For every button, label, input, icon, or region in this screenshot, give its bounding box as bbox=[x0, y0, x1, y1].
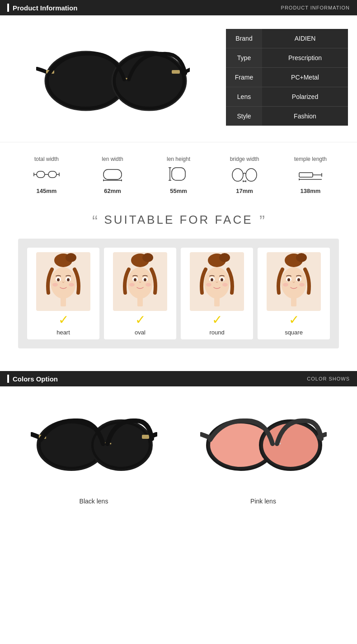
dim-value: 138mm bbox=[301, 188, 321, 194]
face-section: “ SUITABLE FOR FACE ” ✓ hea bbox=[0, 199, 357, 362]
checkmark-icon: ✓ bbox=[289, 314, 299, 326]
spec-row: BrandAIDIEN bbox=[226, 29, 348, 48]
dim-label: total width bbox=[34, 156, 59, 162]
spec-row: FramePC+Metal bbox=[226, 68, 348, 87]
close-quote: ” bbox=[259, 212, 265, 231]
face-label: oval bbox=[135, 329, 146, 336]
svg-point-62 bbox=[296, 253, 307, 262]
colors-header-badge: COLOR SHOWS bbox=[307, 376, 350, 381]
product-info-header: Product Information PRODUCT INFORMATION bbox=[0, 0, 357, 15]
face-illustration bbox=[267, 252, 321, 311]
dimension-item: temple length 138mm bbox=[277, 156, 343, 194]
color-lens-image bbox=[31, 400, 157, 492]
svg-rect-6 bbox=[37, 171, 45, 178]
spec-label: Style bbox=[226, 107, 262, 126]
dimension-item: len height 55mm bbox=[146, 156, 211, 194]
header-title: Product Information bbox=[7, 4, 77, 12]
header-badge: PRODUCT INFORMATION bbox=[281, 5, 350, 10]
svg-point-3 bbox=[116, 55, 183, 107]
svg-rect-13 bbox=[103, 169, 122, 179]
svg-point-39 bbox=[69, 283, 74, 287]
face-type-round: ✓ round bbox=[181, 248, 253, 339]
bridge-width-icon bbox=[231, 166, 258, 184]
face-type-heart: ✓ heart bbox=[27, 248, 99, 339]
svg-point-49 bbox=[146, 283, 151, 287]
len-height-icon bbox=[165, 166, 192, 184]
product-specs-table: BrandAIDIENTypePrescriptionFramePC+Metal… bbox=[226, 29, 348, 126]
svg-point-52 bbox=[219, 253, 230, 262]
dim-value: 62mm bbox=[104, 188, 121, 194]
svg-point-67 bbox=[297, 278, 300, 282]
svg-point-46 bbox=[134, 278, 136, 282]
color-item-pink-lens: Pink lens bbox=[200, 400, 327, 505]
checkmark-icon: ✓ bbox=[58, 314, 69, 326]
spec-value: Prescription bbox=[262, 48, 348, 68]
svg-point-69 bbox=[299, 283, 305, 287]
svg-point-58 bbox=[206, 283, 211, 287]
dimensions-row: total width 145mm len width 62mm len hei… bbox=[14, 156, 343, 194]
spec-label: Lens bbox=[226, 87, 262, 107]
open-quote: “ bbox=[92, 212, 98, 231]
svg-point-22 bbox=[246, 169, 257, 181]
face-illustration bbox=[190, 252, 244, 311]
svg-rect-17 bbox=[172, 168, 185, 180]
face-types-container: ✓ heart ✓ oval bbox=[18, 239, 339, 348]
svg-point-32 bbox=[66, 253, 76, 262]
colors-section: Black lens Pink lens bbox=[0, 386, 357, 518]
total-width-icon bbox=[33, 166, 60, 184]
sunglasses-illustration bbox=[36, 29, 190, 128]
colors-header-title: Colors Option bbox=[7, 375, 58, 383]
product-info-section: BrandAIDIENTypePrescriptionFramePC+Metal… bbox=[0, 15, 357, 142]
spec-row: LensPolarized bbox=[226, 87, 348, 107]
color-label: Black lens bbox=[80, 498, 108, 505]
svg-point-38 bbox=[52, 283, 58, 287]
dimensions-section: total width 145mm len width 62mm len hei… bbox=[0, 142, 357, 199]
spec-value: Fashion bbox=[262, 107, 348, 126]
svg-rect-50 bbox=[137, 297, 143, 306]
dim-value: 145mm bbox=[37, 188, 57, 194]
dim-value: 17mm bbox=[236, 188, 253, 194]
svg-rect-60 bbox=[214, 297, 220, 306]
spec-label: Type bbox=[226, 48, 262, 68]
svg-point-68 bbox=[283, 283, 288, 287]
svg-point-59 bbox=[222, 283, 228, 287]
colors-option-header: Colors Option COLOR SHOWS bbox=[0, 371, 357, 386]
spec-value: Polarized bbox=[262, 87, 348, 107]
svg-rect-5 bbox=[172, 70, 180, 74]
svg-rect-26 bbox=[299, 173, 313, 177]
svg-point-56 bbox=[211, 278, 213, 282]
svg-rect-70 bbox=[291, 297, 296, 306]
spec-label: Brand bbox=[226, 29, 262, 48]
svg-rect-76 bbox=[142, 435, 149, 439]
face-illustration bbox=[36, 252, 90, 311]
spec-value: PC+Metal bbox=[262, 68, 348, 87]
face-types-row: ✓ heart ✓ oval bbox=[27, 248, 330, 339]
color-label: Pink lens bbox=[250, 498, 276, 505]
product-image bbox=[9, 29, 217, 128]
svg-point-57 bbox=[221, 278, 223, 282]
svg-point-48 bbox=[129, 283, 135, 287]
face-label: heart bbox=[56, 329, 70, 336]
svg-point-42 bbox=[142, 253, 153, 262]
svg-point-21 bbox=[232, 169, 243, 181]
spec-label: Frame bbox=[226, 68, 262, 87]
temple-length-icon bbox=[297, 166, 324, 184]
color-item-black-lens: Black lens bbox=[31, 400, 157, 505]
dim-label: len height bbox=[167, 156, 190, 162]
svg-rect-40 bbox=[61, 297, 66, 306]
checkmark-icon: ✓ bbox=[212, 314, 222, 326]
face-illustration bbox=[113, 252, 167, 311]
svg-point-66 bbox=[287, 278, 290, 282]
dim-label: len width bbox=[102, 156, 123, 162]
spec-value: AIDIEN bbox=[262, 29, 348, 48]
svg-point-36 bbox=[57, 278, 60, 282]
checkmark-icon: ✓ bbox=[135, 314, 146, 326]
face-label: round bbox=[209, 329, 224, 336]
face-type-square: ✓ square bbox=[258, 248, 330, 339]
spec-row: TypePrescription bbox=[226, 48, 348, 68]
dim-label: bridge width bbox=[230, 156, 259, 162]
dim-value: 55mm bbox=[170, 188, 187, 194]
suitable-title: SUITABLE FOR FACE bbox=[104, 213, 253, 226]
svg-point-47 bbox=[144, 278, 146, 282]
len-width-icon bbox=[99, 166, 126, 184]
